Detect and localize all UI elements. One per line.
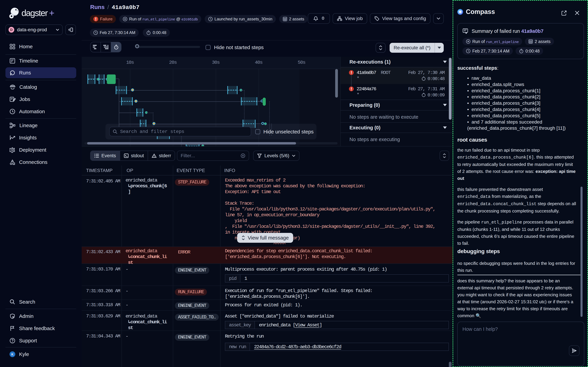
svg-text:K: K (11, 353, 14, 356)
